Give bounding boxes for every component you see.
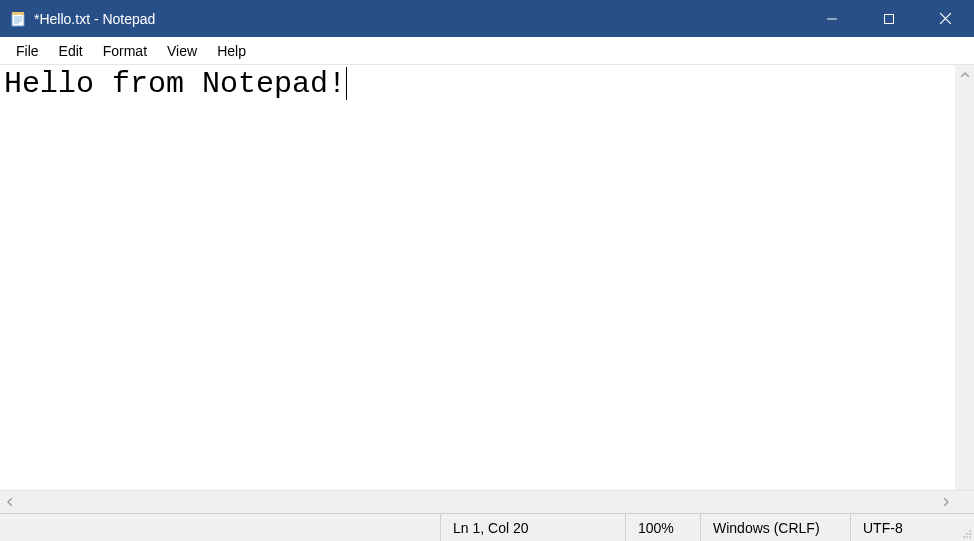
close-button[interactable] bbox=[917, 0, 974, 37]
menu-view[interactable]: View bbox=[157, 40, 207, 62]
menu-file[interactable]: File bbox=[6, 40, 49, 62]
svg-rect-0 bbox=[12, 14, 24, 26]
svg-line-8 bbox=[940, 13, 951, 24]
text-editor[interactable]: Hello from Notepad! bbox=[0, 65, 974, 490]
window-title: *Hello.txt - Notepad bbox=[34, 11, 803, 27]
status-spacer bbox=[0, 514, 440, 541]
scroll-up-icon[interactable] bbox=[955, 65, 974, 84]
menu-format[interactable]: Format bbox=[93, 40, 157, 62]
svg-point-14 bbox=[966, 536, 968, 538]
scroll-right-icon[interactable] bbox=[936, 491, 955, 513]
horizontal-scrollbar[interactable] bbox=[0, 490, 974, 513]
maximize-button[interactable] bbox=[860, 0, 917, 37]
scroll-corner bbox=[955, 491, 974, 513]
text-cursor bbox=[346, 67, 347, 100]
svg-point-11 bbox=[966, 533, 968, 535]
svg-line-9 bbox=[940, 13, 951, 24]
status-caret-position: Ln 1, Col 20 bbox=[440, 514, 625, 541]
svg-rect-7 bbox=[884, 14, 893, 23]
notepad-icon bbox=[10, 11, 26, 27]
resize-grip[interactable] bbox=[960, 514, 974, 541]
svg-rect-1 bbox=[12, 12, 24, 15]
minimize-button[interactable] bbox=[803, 0, 860, 37]
status-zoom: 100% bbox=[625, 514, 700, 541]
titlebar[interactable]: *Hello.txt - Notepad bbox=[0, 0, 974, 37]
svg-point-13 bbox=[963, 536, 965, 538]
menu-edit[interactable]: Edit bbox=[49, 40, 93, 62]
menubar: File Edit Format View Help bbox=[0, 37, 974, 65]
vertical-scrollbar[interactable] bbox=[955, 65, 974, 490]
status-line-endings: Windows (CRLF) bbox=[700, 514, 850, 541]
svg-point-15 bbox=[969, 536, 971, 538]
window-controls bbox=[803, 0, 974, 37]
menu-help[interactable]: Help bbox=[207, 40, 256, 62]
scroll-left-icon[interactable] bbox=[0, 491, 19, 513]
editor-area: Hello from Notepad! bbox=[0, 65, 974, 513]
status-encoding: UTF-8 bbox=[850, 514, 960, 541]
editor-content: Hello from Notepad! bbox=[4, 67, 346, 101]
svg-point-12 bbox=[969, 533, 971, 535]
status-encoding-label: UTF-8 bbox=[863, 520, 903, 536]
svg-point-10 bbox=[969, 530, 971, 532]
statusbar: Ln 1, Col 20 100% Windows (CRLF) UTF-8 bbox=[0, 513, 974, 541]
